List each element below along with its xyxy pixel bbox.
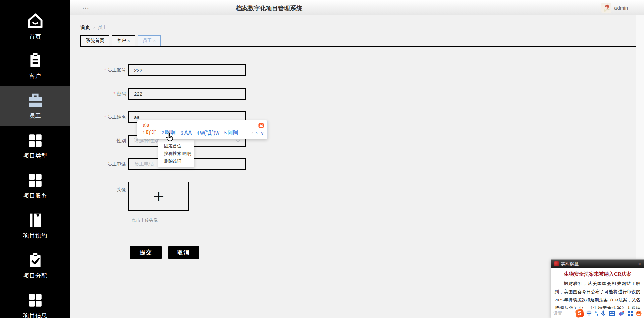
clipboard-check-icon [27, 252, 44, 269]
ime-caret [150, 122, 150, 127]
input-placeholder: 员工电话 [134, 161, 154, 167]
employee-briefcase-icon [26, 92, 44, 109]
sidebar: 首页 客户 员工 项目类型 项目服务 [0, 0, 70, 318]
input-value: aa [134, 114, 140, 120]
tab-label: 系统首页 [86, 38, 104, 44]
avatar-upload-box[interactable]: + [128, 182, 189, 211]
breadcrumb-separator: > [93, 25, 95, 30]
window-menu-dots[interactable]: ••• [83, 6, 90, 10]
tabbar-underline [80, 46, 636, 47]
field-label: 头像 [78, 182, 128, 193]
emoji-face-icon[interactable] [636, 311, 642, 316]
ime-candidate[interactable]: 4w(°Д°)w [197, 130, 219, 136]
ime-candidate[interactable]: 3AA [181, 130, 192, 136]
news-popup: 实时解盘 × 生物安全法案未被纳入CR法案 据财联社，从美国国会相关网站了解到，… [551, 259, 644, 318]
avatar-image [601, 3, 611, 13]
close-icon[interactable]: × [153, 38, 156, 43]
tab-system-home[interactable]: 系统首页 [80, 35, 109, 46]
microphone-icon[interactable] [601, 310, 606, 316]
breadcrumb: 首页 > 员工 [80, 24, 107, 31]
breadcrumb-current: 员工 [98, 24, 107, 31]
menu-item-sogou-search[interactable]: 搜狗搜索:啊啊 [158, 150, 194, 157]
upload-hint: 点击上传头像 [131, 217, 158, 223]
sidebar-item-label: 首页 [29, 33, 41, 41]
sogou-toolbar: S 中 °, [576, 309, 642, 317]
book-icon [27, 212, 44, 229]
input-value: 222 [134, 67, 142, 73]
tab-employees[interactable]: 员工 × [138, 35, 161, 46]
form-row-account: *员工账号 222 [78, 64, 246, 76]
field-label: 员工电话 [78, 161, 128, 167]
ime-candidate[interactable]: 1吖吖 [143, 129, 157, 136]
text-caret [140, 114, 140, 120]
cancel-button[interactable]: 取消 [168, 246, 199, 259]
grid-icon [27, 172, 44, 189]
news-logo-icon [554, 261, 559, 266]
keyboard-icon[interactable] [609, 311, 615, 316]
sidebar-item-home[interactable]: 首页 [0, 6, 70, 46]
news-header-title: 实时解盘 [561, 261, 579, 267]
tab-label: 客户 [117, 38, 126, 44]
sogou-logo-icon[interactable]: S [575, 309, 584, 318]
settings-link[interactable]: 设置 [553, 310, 562, 316]
username: admin [614, 5, 628, 11]
sidebar-item-label: 项目信息 [23, 312, 47, 318]
sidebar-item-label: 员工 [29, 112, 41, 120]
sidebar-item-project-assignment[interactable]: 项目分配 [0, 246, 70, 285]
sidebar-item-customers[interactable]: 客户 [0, 46, 70, 86]
password-input[interactable]: 222 [128, 88, 246, 100]
sidebar-item-label: 客户 [29, 72, 41, 80]
chevron-down-icon [236, 139, 240, 142]
required-mark: * [104, 114, 106, 120]
grid-icon [27, 132, 44, 149]
tab-customers[interactable]: 客户 × [112, 35, 135, 46]
employee-account-input[interactable]: 222 [128, 64, 246, 76]
home-icon [26, 12, 44, 30]
form-row-password: *密码 222 [78, 88, 246, 100]
field-label: *密码 [78, 91, 128, 97]
ime-candidate[interactable]: 5阿阿 [224, 129, 238, 136]
language-mode-icon[interactable]: 中 [587, 310, 592, 317]
field-label: 性别 [78, 138, 128, 144]
mouse-cursor-hand [166, 132, 174, 143]
menu-item-delete-word[interactable]: 删除该词 [158, 157, 194, 165]
sidebar-item-project-info[interactable]: 项目信息 [0, 285, 70, 318]
close-icon[interactable]: × [127, 38, 130, 43]
ime-paging: ‹ › ∨ [251, 130, 264, 136]
required-mark: * [114, 91, 115, 96]
page-prev-icon[interactable]: ‹ [251, 130, 253, 136]
ime-context-menu: 固定首位 搜狗搜索:啊啊 删除该词 [158, 140, 194, 167]
tab-label: 员工 [143, 38, 152, 44]
sidebar-item-label: 项目预约 [23, 232, 47, 240]
ime-candidate-list: 1吖吖 2啊啊 3AA 4w(°Д°)w 5阿阿 ‹ › ∨ [143, 129, 264, 136]
close-icon[interactable]: × [638, 261, 641, 266]
required-mark: * [104, 67, 106, 73]
field-label: *员工账号 [78, 67, 128, 73]
sidebar-item-project-types[interactable]: 项目类型 [0, 126, 70, 166]
sidebar-item-employees[interactable]: 员工 [0, 86, 70, 126]
sidebar-item-label: 项目服务 [23, 192, 47, 200]
toolbox-grid-icon[interactable] [628, 311, 633, 316]
menu-item-pin-first[interactable]: 固定首位 [158, 142, 194, 150]
emoji-icon[interactable] [258, 123, 264, 130]
grid-icon [27, 292, 44, 309]
punctuation-mode-icon[interactable]: °, [595, 311, 598, 316]
input-value: 222 [134, 91, 142, 97]
sidebar-item-project-booking[interactable]: 项目预约 [0, 206, 70, 246]
avatar[interactable] [601, 3, 611, 13]
submit-button[interactable]: 提交 [130, 246, 162, 259]
breadcrumb-home[interactable]: 首页 [80, 24, 90, 31]
ime-status-bar: 设置 S 中 °, [551, 309, 644, 318]
form-row-avatar: 头像 + [78, 182, 189, 211]
news-title[interactable]: 生物安全法案未被纳入CR法案 [551, 271, 644, 277]
page-next-icon[interactable]: › [256, 130, 258, 136]
user-menu[interactable]: admin [601, 3, 628, 13]
sidebar-item-project-services[interactable]: 项目服务 [0, 166, 70, 206]
expand-icon[interactable]: ∨ [261, 130, 264, 136]
ime-composition: a'a [143, 122, 264, 128]
news-popup-header[interactable]: 实时解盘 × [551, 260, 644, 268]
field-label: *员工姓名 [78, 114, 128, 120]
skin-icon[interactable] [619, 311, 625, 316]
page-title: 档案数字化项目管理系统 [236, 4, 302, 12]
sidebar-item-label: 项目类型 [23, 152, 47, 160]
